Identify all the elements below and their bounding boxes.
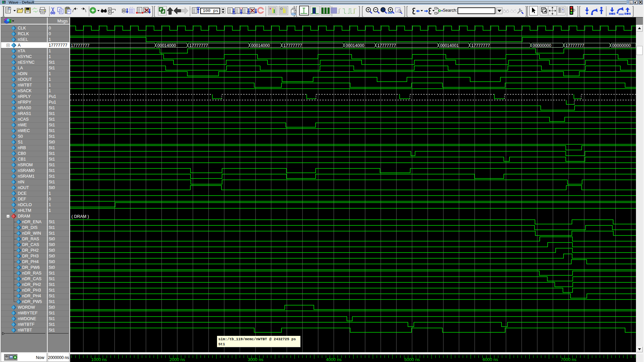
svg-text:17777777: 17777777 [190,43,208,48]
svg-text:00014000: 00014000 [346,43,365,48]
svg-text:17777777: 17777777 [471,43,490,48]
svg-text:00000000: 00000000 [612,43,631,48]
svg-text:00014000: 00014000 [251,43,270,48]
svg-text:17777777: 17777777 [71,43,90,48]
svg-text:17777777: 17777777 [377,43,396,48]
svg-text:6000 ns: 6000 ns [483,357,498,362]
svg-text:3000 ns: 3000 ns [248,357,264,362]
svg-text:17777777: 17777777 [566,43,584,48]
svg-text:5000 ns: 5000 ns [404,357,420,362]
svg-text:2000 ns: 2000 ns [169,357,185,362]
svg-text:00014001: 00014001 [440,43,459,48]
svg-text:7000 ns: 7000 ns [561,357,577,362]
svg-text:( DRAM ): ( DRAM ) [71,214,89,219]
svg-text:00014000: 00014000 [157,43,176,48]
svg-text:4000 ns: 4000 ns [326,357,342,362]
svg-text:17777777: 17777777 [283,43,302,48]
svg-text:00000000: 00000000 [533,43,551,48]
svg-text:1000 ns: 1000 ns [91,357,107,362]
